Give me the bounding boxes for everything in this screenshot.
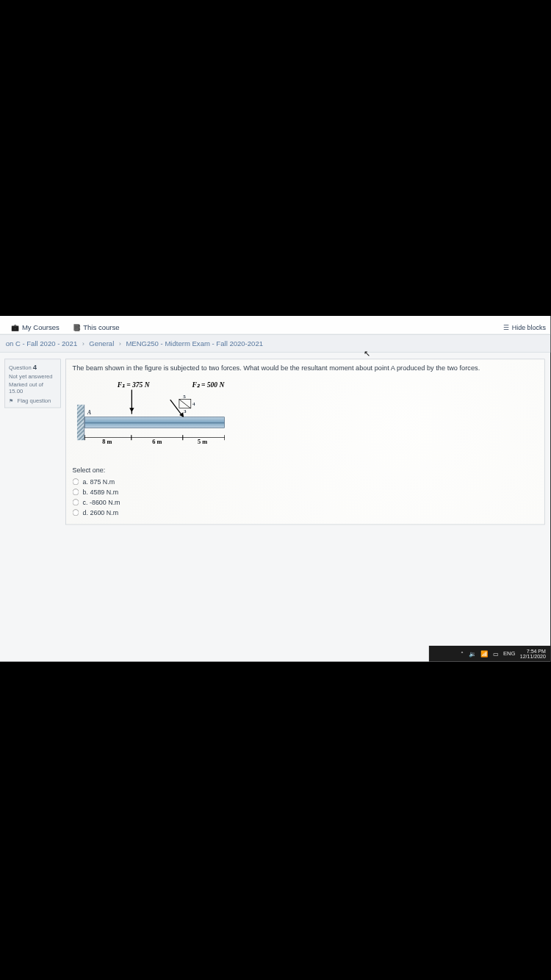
question-card: The beam shown in the figure is subjecte… bbox=[65, 359, 545, 525]
beam bbox=[84, 417, 225, 428]
this-course-tab[interactable]: This course bbox=[66, 320, 126, 334]
question-nav-panel: Question 4 Not yet answered Marked out o… bbox=[4, 359, 60, 408]
dim-8m: 8 m bbox=[102, 439, 112, 446]
option-c-radio[interactable] bbox=[73, 499, 79, 505]
option-d[interactable]: d. 2600 N.m bbox=[73, 508, 538, 518]
breadcrumb-sep: › bbox=[82, 339, 84, 347]
option-b-radio[interactable] bbox=[73, 489, 79, 495]
option-d-radio[interactable] bbox=[73, 509, 79, 516]
mouse-cursor-icon: ↖ bbox=[364, 349, 371, 359]
chevron-up-icon[interactable]: ˄ bbox=[461, 650, 464, 657]
force-f1-label: F₁ = 375 N bbox=[118, 381, 150, 389]
point-a-label: A bbox=[87, 409, 91, 417]
dim-6m: 6 m bbox=[152, 439, 162, 446]
option-a[interactable]: a. 875 N.m bbox=[73, 477, 538, 487]
select-one-label: Select one: bbox=[73, 466, 538, 474]
dim-5m: 5 m bbox=[198, 439, 207, 446]
breadcrumb-sep: › bbox=[119, 339, 121, 347]
answer-status: Not yet answered bbox=[9, 373, 57, 380]
this-course-label: This course bbox=[83, 323, 119, 331]
tri-3: 3 bbox=[184, 408, 186, 414]
tri-4: 4 bbox=[192, 401, 195, 407]
hide-blocks-button[interactable]: Hide blocks bbox=[503, 324, 546, 331]
option-b[interactable]: b. 4589 N.m bbox=[73, 487, 538, 497]
language-indicator[interactable]: ENG bbox=[503, 650, 516, 657]
breadcrumb-course[interactable]: on C - Fall 2020 - 2021 bbox=[6, 339, 78, 347]
answer-block: Select one: a. 875 N.m b. 4589 N.m c. -8… bbox=[73, 466, 538, 518]
force-f1-arrow bbox=[132, 389, 132, 414]
briefcase-icon bbox=[11, 323, 19, 331]
my-courses-label: My Courses bbox=[22, 323, 60, 331]
top-nav: My Courses This course Hide blocks bbox=[0, 316, 550, 334]
sitemap-icon bbox=[73, 323, 81, 331]
my-courses-tab[interactable]: My Courses bbox=[4, 320, 65, 334]
marked-out-of: Marked out of 15.00 bbox=[9, 381, 57, 394]
fixed-support bbox=[77, 405, 84, 440]
battery-icon[interactable]: ▭ bbox=[493, 650, 499, 657]
question-text: The beam shown in the figure is subjecte… bbox=[73, 364, 538, 373]
clock[interactable]: 7:54 PM 12/11/2020 bbox=[520, 648, 546, 659]
wifi-icon[interactable]: 📶 bbox=[480, 650, 488, 657]
breadcrumb-exam[interactable]: MENG250 - Midterm Exam - Fall 2020-2021 bbox=[126, 339, 263, 347]
option-a-radio[interactable] bbox=[73, 478, 79, 485]
list-icon bbox=[503, 324, 509, 331]
windows-taskbar: ˄ 🔉 📶 ▭ ENG 7:54 PM 12/11/2020 bbox=[429, 646, 550, 662]
breadcrumb: on C - Fall 2020 - 2021 › General › MENG… bbox=[0, 334, 550, 352]
flag-question-link[interactable]: Flag question bbox=[9, 397, 57, 404]
tri-5: 5 bbox=[183, 393, 185, 399]
force-f2-label: F₂ = 500 N bbox=[192, 381, 224, 389]
breadcrumb-section[interactable]: General bbox=[89, 339, 114, 347]
hide-blocks-label: Hide blocks bbox=[512, 324, 546, 331]
speaker-icon[interactable]: 🔉 bbox=[469, 650, 476, 657]
beam-figure: A F₁ = 375 N F₂ = 500 N 5 4 3 8 m 6 m 5 … bbox=[75, 377, 243, 461]
option-c[interactable]: c. -8600 N.m bbox=[73, 497, 538, 508]
question-number: Question 4 bbox=[9, 363, 57, 371]
